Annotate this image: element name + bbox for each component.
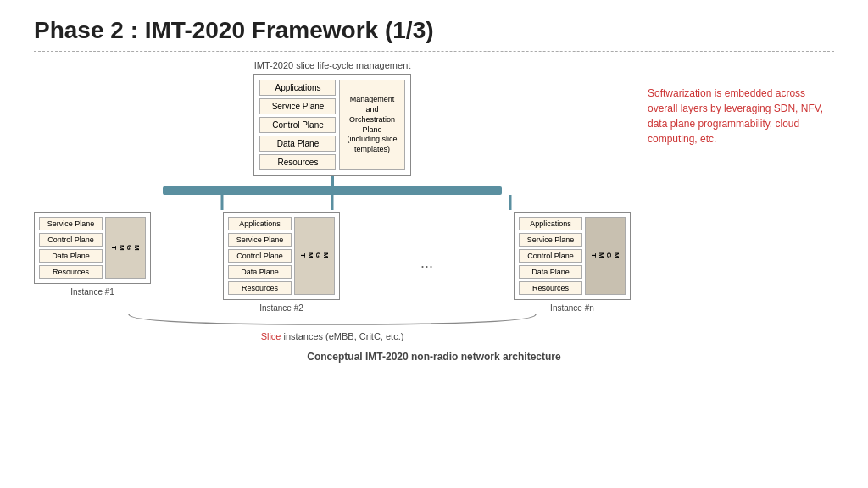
top-mgmt-box: ManagementandOrchestrationPlane(includin… <box>339 80 404 170</box>
instances-row: Service Plane Control Plane Data Plane R… <box>34 212 631 313</box>
inst1-data-plane: Data Plane <box>39 249 103 263</box>
instance2-stack: Applications Service Plane Control Plane… <box>228 217 292 295</box>
top-item-control-plane: Control Plane <box>259 117 336 133</box>
top-item-service-plane: Service Plane <box>259 98 336 114</box>
inst1-control-plane: Control Plane <box>39 233 103 247</box>
instanceN-stack: Applications Service Plane Control Plane… <box>519 217 582 295</box>
inst2-applications: Applications <box>228 217 292 230</box>
instance1-stack: Service Plane Control Plane Data Plane R… <box>39 217 103 279</box>
bottom-caption: Conceptual IMT-2020 non-radio network ar… <box>34 351 834 363</box>
inst2-service-plane: Service Plane <box>228 233 292 247</box>
instanceN-container: Applications Service Plane Control Plane… <box>514 212 631 313</box>
svg-rect-1 <box>163 186 502 195</box>
instN-service-plane: Service Plane <box>519 233 582 247</box>
instanceN-label: Instance #n <box>550 303 594 313</box>
inst2-control-plane: Control Plane <box>228 249 292 263</box>
instanceN-box: Applications Service Plane Control Plane… <box>514 212 631 300</box>
inst1-service-plane: Service Plane <box>39 217 103 230</box>
instance2-container: Applications Service Plane Control Plane… <box>223 212 340 313</box>
top-item-applications: Applications <box>259 80 336 96</box>
instN-control-plane: Control Plane <box>519 249 582 263</box>
bottom-area: Slice instances (eMBB, CritC, etc.) <box>261 331 404 341</box>
lifecycle-label: IMT-2020 slice life-cycle management <box>254 60 411 70</box>
instance2-box: Applications Service Plane Control Plane… <box>223 212 340 300</box>
instance1-box: Service Plane Control Plane Data Plane R… <box>34 212 151 284</box>
instance1-container: Service Plane Control Plane Data Plane R… <box>34 212 151 297</box>
ellipsis: ... <box>412 229 442 297</box>
instance2-label: Instance #2 <box>259 303 303 313</box>
top-item-data-plane: Data Plane <box>259 136 336 152</box>
instN-resources: Resources <box>519 281 582 295</box>
instN-applications: Applications <box>519 217 582 230</box>
instance2-mgmt: MGMT <box>294 217 335 295</box>
connector-area <box>34 176 631 210</box>
top-framework-box: Applications Service Plane Control Plane… <box>253 74 410 176</box>
side-note: Softwarization is embedded across overal… <box>648 86 834 147</box>
inst2-resources: Resources <box>228 281 292 295</box>
top-stack-col: Applications Service Plane Control Plane… <box>259 80 336 170</box>
instance1-label: Instance #1 <box>70 287 114 297</box>
instance1-mgmt: MGMT <box>105 217 146 279</box>
slice-instances-label: Slice instances (eMBB, CritC, etc.) <box>261 331 404 341</box>
page-title: Phase 2 : IMT-2020 Framework (1/3) <box>34 17 834 44</box>
inst1-resources: Resources <box>39 265 103 279</box>
inst2-data-plane: Data Plane <box>228 265 292 279</box>
slice-word: Slice <box>261 331 281 341</box>
top-item-resources: Resources <box>259 154 336 170</box>
slice-suffix: instances (eMBB, CritC, etc.) <box>284 331 404 341</box>
instanceN-mgmt: MGMT <box>585 217 626 295</box>
instN-data-plane: Data Plane <box>519 265 582 279</box>
